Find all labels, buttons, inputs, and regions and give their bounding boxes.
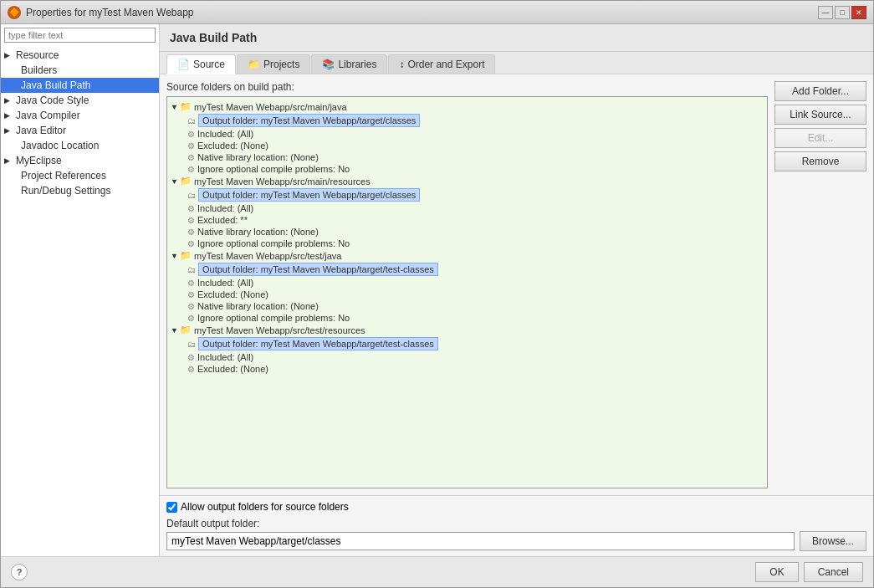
sidebar-item-label: Java Build Path — [21, 79, 90, 91]
tree-node-test-java-excluded[interactable]: ⚙ Excluded: (None) — [171, 289, 764, 300]
sidebar-item-myeclipse[interactable]: ▶ MyEclipse — [1, 153, 159, 168]
tree-node-test-java-ignore[interactable]: ⚙ Ignore optional compile problems: No — [171, 312, 764, 324]
tree-node-main-res-output[interactable]: 🗂 Output folder: myTest Maven Webapp/tar… — [171, 187, 764, 202]
prop-label: Native library location: (None) — [197, 227, 319, 237]
tree-node-test-java-included[interactable]: ⚙ Included: (All) — [171, 277, 764, 289]
output-icon: 🗂 — [187, 265, 196, 274]
output-folder-row: Browse... — [166, 531, 866, 551]
tab-projects[interactable]: 📁 Projects — [237, 54, 310, 74]
tree-node-test-java[interactable]: ▼ 📁 myTest Maven Webapp/src/test/java — [171, 249, 764, 262]
sidebar-item-label: Project References — [21, 170, 106, 182]
sidebar-item-project-refs[interactable]: Project References — [1, 168, 159, 183]
folder-icon: 📁 — [180, 250, 192, 261]
folder-icon: 📁 — [180, 101, 192, 112]
prop-icon: ⚙ — [187, 130, 195, 139]
folder-icon: 📁 — [180, 325, 192, 335]
tree-node-test-resources[interactable]: ▼ 📁 myTest Maven Webapp/src/test/resourc… — [171, 324, 764, 336]
tree-node-label: myTest Maven Webapp/src/test/java — [194, 251, 341, 261]
sidebar-item-label: Builders — [21, 64, 57, 76]
tree-node-main-java-ignore[interactable]: ⚙ Ignore optional compile problems: No — [171, 163, 764, 175]
tree-node-main-java-output[interactable]: 🗂 Output folder: myTest Maven Webapp/tar… — [171, 113, 764, 128]
sidebar-item-label: Javadoc Location — [21, 140, 99, 151]
sidebar-item-builders[interactable]: Builders — [1, 63, 159, 78]
output-icon: 🗂 — [187, 340, 196, 349]
tab-libraries[interactable]: 📚 Libraries — [311, 54, 387, 74]
add-folder-button[interactable]: Add Folder... — [774, 81, 866, 101]
cancel-button[interactable]: Cancel — [804, 562, 863, 582]
prop-label: Excluded: (None) — [197, 364, 268, 374]
ok-button[interactable]: OK — [755, 562, 798, 582]
edit-button[interactable]: Edit... — [774, 128, 866, 148]
content-area: Source folders on build path: ▼ 📁 myTest… — [160, 74, 873, 495]
main-content: ▶ Resource Builders Java Build Path ▶ Ja… — [1, 24, 873, 556]
tab-source[interactable]: 📄 Source — [166, 54, 236, 74]
tree-node-test-java-output[interactable]: 🗂 Output folder: myTest Maven Webapp/tar… — [171, 262, 764, 277]
tree-node-main-java-included[interactable]: ⚙ Included: (All) — [171, 128, 764, 140]
right-panel: Java Build Path 📄 Source 📁 Projects 📚 Li… — [160, 24, 873, 556]
window-title: Properties for myTest Maven Webapp — [26, 7, 194, 18]
output-folder-value: Output folder: myTest Maven Webapp/targe… — [198, 114, 420, 127]
footer-left: ? — [11, 564, 28, 580]
tab-order-export[interactable]: ↕ Order and Export — [388, 54, 495, 74]
tree-node-test-res-excluded[interactable]: ⚙ Excluded: (None) — [171, 363, 764, 375]
arrow-icon: ▶ — [4, 156, 13, 165]
prop-icon: ⚙ — [187, 302, 195, 311]
tree-node-main-res-included[interactable]: ⚙ Included: (All) — [171, 202, 764, 214]
tree-node-main-java[interactable]: ▼ 📁 myTest Maven Webapp/src/main/java — [171, 100, 764, 113]
bottom-section: Allow output folders for source folders … — [160, 495, 873, 556]
allow-output-row: Allow output folders for source folders — [166, 501, 866, 513]
arrow-icon: ▶ — [4, 126, 13, 135]
help-button[interactable]: ? — [11, 564, 28, 580]
prop-icon: ⚙ — [187, 239, 195, 248]
order-tab-icon: ↕ — [399, 59, 404, 70]
link-source-button[interactable]: Link Source... — [774, 105, 866, 125]
output-folder-input[interactable] — [166, 532, 795, 550]
tree-node-test-res-output[interactable]: 🗂 Output folder: myTest Maven Webapp/tar… — [171, 336, 764, 351]
sidebar-item-java-code-style[interactable]: ▶ Java Code Style — [1, 93, 159, 108]
remove-button[interactable]: Remove — [774, 151, 866, 171]
tree-node-main-res-excluded[interactable]: ⚙ Excluded: ** — [171, 214, 764, 226]
arrow-icon: ▶ — [4, 111, 13, 120]
tree-node-main-res-ignore[interactable]: ⚙ Ignore optional compile problems: No — [171, 238, 764, 249]
browse-button[interactable]: Browse... — [800, 531, 866, 551]
filter-input[interactable] — [4, 28, 156, 43]
output-folder-value: Output folder: myTest Maven Webapp/targe… — [198, 263, 438, 276]
tree-node-test-res-included[interactable]: ⚙ Included: (All) — [171, 351, 764, 363]
tree-node-test-java-native[interactable]: ⚙ Native library location: (None) — [171, 300, 764, 312]
sidebar-item-java-build-path[interactable]: Java Build Path — [1, 78, 159, 93]
arrow-down-icon: ▼ — [171, 177, 177, 186]
prop-icon: ⚙ — [187, 353, 195, 362]
prop-label: Ignore optional compile problems: No — [197, 238, 350, 248]
sidebar-item-label: Java Editor — [16, 125, 66, 136]
sidebar-item-resource[interactable]: ▶ Resource — [1, 48, 159, 63]
prop-label: Included: (All) — [197, 352, 253, 362]
minimize-button[interactable]: — — [818, 6, 833, 19]
prop-label: Native library location: (None) — [197, 152, 319, 162]
sidebar-item-label: Java Code Style — [16, 95, 89, 106]
output-icon: 🗂 — [187, 116, 196, 125]
sidebar-item-javadoc[interactable]: Javadoc Location — [1, 138, 159, 153]
maximize-button[interactable]: □ — [835, 6, 850, 19]
tab-label: Libraries — [338, 59, 376, 70]
prop-icon: ⚙ — [187, 290, 195, 299]
prop-icon: ⚙ — [187, 228, 195, 237]
prop-label: Included: (All) — [197, 129, 253, 139]
tree-node-label: myTest Maven Webapp/src/main/resources — [194, 176, 371, 187]
sidebar-item-java-compiler[interactable]: ▶ Java Compiler — [1, 108, 159, 123]
sidebar-item-java-editor[interactable]: ▶ Java Editor — [1, 123, 159, 138]
title-bar: 🔶 Properties for myTest Maven Webapp — □… — [1, 1, 873, 24]
tree-node-main-java-native[interactable]: ⚙ Native library location: (None) — [171, 151, 764, 163]
prop-icon: ⚙ — [187, 365, 195, 374]
tree-node-main-java-excluded[interactable]: ⚙ Excluded: (None) — [171, 140, 764, 151]
sidebar-item-run-debug[interactable]: Run/Debug Settings — [1, 183, 159, 198]
tree-node-main-res-native[interactable]: ⚙ Native library location: (None) — [171, 226, 764, 238]
prop-icon: ⚙ — [187, 165, 195, 174]
app-icon: 🔶 — [8, 6, 21, 19]
tree-node-main-resources[interactable]: ▼ 📁 myTest Maven Webapp/src/main/resourc… — [171, 175, 764, 187]
sidebar-item-label: MyEclipse — [16, 155, 62, 166]
source-panel-label: Source folders on build path: — [166, 81, 768, 93]
close-button[interactable]: ✕ — [851, 6, 866, 19]
source-tree[interactable]: ▼ 📁 myTest Maven Webapp/src/main/java 🗂 … — [166, 96, 768, 488]
tab-label: Source — [193, 59, 225, 70]
allow-output-checkbox[interactable] — [166, 502, 177, 513]
